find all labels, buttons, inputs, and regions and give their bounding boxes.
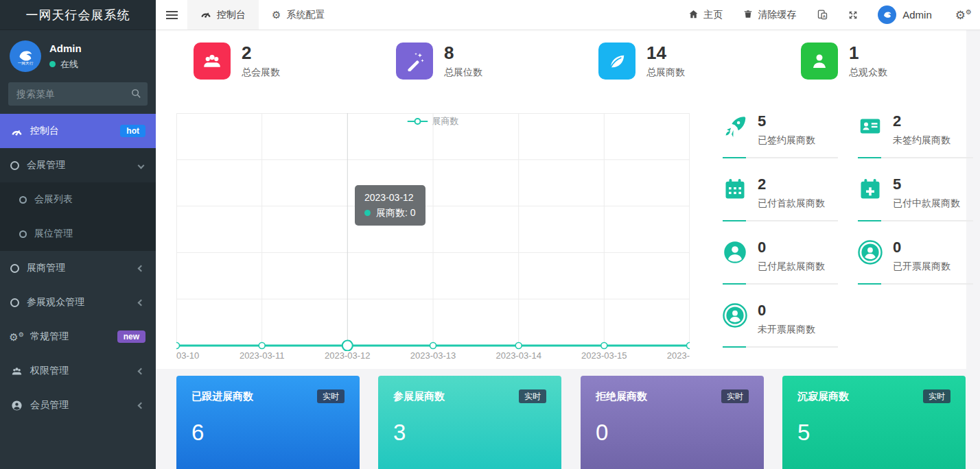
id-card-icon [858,114,883,139]
exhibitor-trend-chart: 展商数 [176,110,690,365]
gear-icon: ⚙ [272,10,281,20]
user-panel: 一网天行 Admin 在线 [0,30,156,81]
chart-plot[interactable] [176,110,690,351]
main-content: 2 总会展数 8 总展位数 14 总展商数 1 总观众数 [156,30,980,469]
stat-final-payment: 0已付尾款展商数 [723,240,846,285]
user-name: Admin [49,43,82,54]
series-dot-icon [364,210,371,216]
realtime-badge: 实时 [721,389,749,403]
sidebar-item-exhibition-mgmt[interactable]: 会展管理 [0,148,156,182]
home-link[interactable]: 主页 [688,9,723,21]
clear-cache-link[interactable]: 清除缓存 [743,9,796,21]
chevron-left-icon [138,402,145,409]
stat-total-visitors: 1 总观众数 [801,43,887,80]
navbar-user[interactable]: Admin [878,5,932,24]
kpi-value: 5 [797,420,950,446]
stat-signed-exhibitors: 5已签约展商数 [723,114,846,158]
stat-mid-payment: 5已付中款展商数 [858,177,980,221]
sidebar-item-permission-mgmt[interactable]: 权限管理 [0,354,156,388]
kpi-value: 0 [596,420,749,446]
search-icon[interactable] [130,88,142,101]
sidebar-submenu: 会展列表 展位管理 [0,182,156,251]
navbar-avatar [878,5,896,24]
realtime-badge: 实时 [317,389,345,403]
stat-underline [723,157,838,158]
gauge-icon [200,9,211,21]
stat-total-booths: 8 总展位数 [396,43,482,80]
tab-dashboard[interactable]: 控制台 [187,0,259,29]
sidebar-item-label: 控制台 [30,125,59,137]
stat-unsigned-exhibitors: 2未签约展商数 [858,114,980,158]
sidebar-item-exhibitor-mgmt[interactable]: 展商管理 [0,251,156,285]
stat-total-exhibitors: 14 总展商数 [598,43,685,80]
kpi-title: 沉寂展商数 [797,390,849,403]
svg-text:A: A [823,14,826,19]
sidebar-item-label: 会展列表 [34,193,73,206]
stat-label: 已开票展商数 [893,261,950,273]
stat-label: 未开票展商数 [758,324,815,336]
stat-underline [858,157,973,158]
trash-icon [743,9,753,21]
sidebar-search [8,82,148,106]
settings-gears-icon[interactable]: ⚙⚙ [955,9,972,21]
magic-wand-icon [396,43,433,80]
chevron-left-icon [138,299,145,306]
x-axis-label: 2023-03-16 [667,350,690,361]
kpi-card-participating-exhibitors: 参展展商数 实时 3 [378,376,561,469]
stat-underline [723,220,838,221]
stat-label: 未签约展商数 [893,134,950,147]
sidebar-item-label: 常规管理 [30,330,69,343]
sidebar-group-exhibitions: 会展管理 会展列表 展位管理 [0,148,156,251]
calendar-icon [723,177,747,202]
kpi-card-followed-exhibitors: 已跟进展商数 实时 6 [176,376,360,469]
stat-value: 0 [758,240,825,255]
kpi-card-rejected-exhibitors: 拒绝展商数 实时 0 [581,376,764,469]
stat-total-exhibitions: 2 总会展数 [194,43,280,80]
x-axis-label: 2023-03-14 [495,350,541,361]
translate-icon[interactable]: A [817,9,828,21]
search-input[interactable] [8,82,148,106]
sidebar-item-exhibition-list[interactable]: 会展列表 [0,182,156,217]
hamburger-menu-icon[interactable] [156,0,187,29]
sidebar-item-booth-mgmt[interactable]: 展位管理 [0,217,156,251]
user-circle-icon [723,240,747,265]
circle-icon [19,230,27,238]
stat-invoiced: 0已开票展商数 [858,240,980,285]
calendar-plus-icon [858,177,883,202]
gears-icon: ⚙⚙ [10,332,23,342]
stat-value: 14 [646,43,685,63]
user-ring-icon [723,303,747,328]
x-axis-label: 2023-03-13 [410,350,456,361]
fullscreen-expand-icon[interactable] [848,10,859,21]
user-status: 在线 [60,58,78,71]
x-axis-label: 2023-03-12 [325,350,371,361]
realtime-badge: 实时 [923,389,950,403]
circle-icon [10,264,19,273]
kpi-title: 参展展商数 [393,390,445,403]
stat-value: 1 [849,43,887,63]
sidebar-item-label: 参展观众管理 [27,296,84,309]
tooltip-date: 2023-03-12 [364,191,416,206]
stat-value: 2 [893,114,950,129]
kpi-value: 3 [393,420,546,446]
stat-underline [858,220,973,221]
stat-label: 总会展数 [242,67,280,79]
stat-underline [723,283,838,285]
kpi-title: 已跟进展商数 [191,390,253,403]
new-badge: new [117,330,145,343]
sidebar-item-label: 展商管理 [27,262,65,274]
person-icon [801,43,838,80]
stat-label: 总观众数 [849,67,887,79]
sidebar-item-dashboard[interactable]: 控制台 hot [0,114,156,148]
kpi-title: 拒绝展商数 [596,390,647,403]
stat-value: 8 [444,43,482,63]
sidebar-item-visitor-mgmt[interactable]: 参展观众管理 [0,285,156,320]
stat-value: 2 [758,177,825,192]
rocket-icon [723,114,747,139]
sidebar-item-member-mgmt[interactable]: 会员管理 [0,388,156,422]
kpi-value: 6 [191,420,345,446]
sidebar-item-general-mgmt[interactable]: ⚙⚙ 常规管理 new [0,320,156,354]
sidebar-item-label: 会员管理 [30,399,69,411]
tab-system-config[interactable]: ⚙ 系统配置 [259,0,338,29]
kpi-card-dormant-exhibitors: 沉寂展商数 实时 5 [782,376,966,469]
